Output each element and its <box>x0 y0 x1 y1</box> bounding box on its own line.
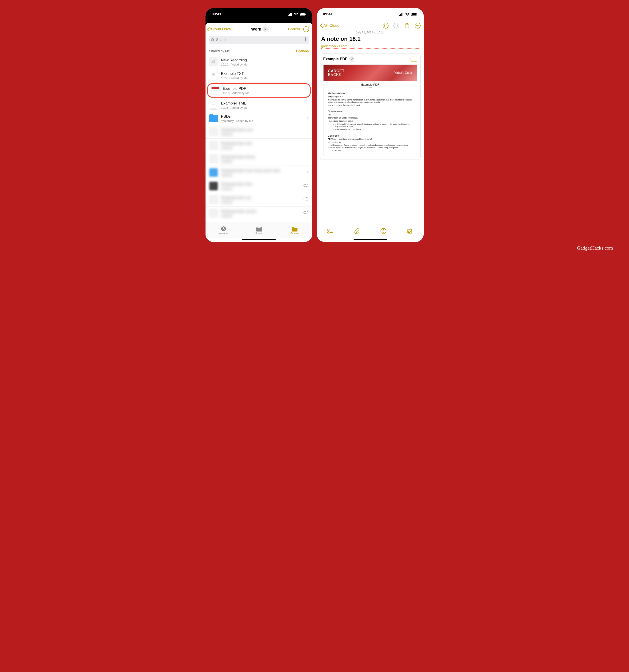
file-subtitle: 15:36 · Added by Me <box>221 76 309 80</box>
svg-rect-35 <box>417 14 417 15</box>
file-row-redacted[interactable]: Redacted item fiveredacted <box>205 179 312 193</box>
file-subtitle: 15:35 · Added by Me <box>223 91 307 95</box>
phone-right-notes: 09:41 All iCloud <box>317 8 424 242</box>
audio-file-icon <box>209 57 218 66</box>
wifi-icon <box>294 13 298 16</box>
file-name: New Recording <box>221 58 309 63</box>
battery-icon <box>411 13 418 16</box>
pdf-file-icon <box>211 86 220 95</box>
search-input[interactable]: Search <box>209 35 309 44</box>
cellular-icon <box>288 13 292 16</box>
folder-row[interactable]: PSDs Yesterday · Added by Me <box>205 112 312 125</box>
tab-shared[interactable]: Shared <box>255 226 263 235</box>
folder-title[interactable]: Work <box>251 26 268 32</box>
checklist-button[interactable] <box>327 229 333 234</box>
notes-toolbar <box>317 225 424 238</box>
markup-button[interactable] <box>380 228 386 235</box>
file-row-redacted[interactable]: Redacted item four long name hereredacte… <box>205 166 312 179</box>
svg-rect-29 <box>399 15 400 16</box>
watermark: GadgetHacks.com <box>577 245 613 251</box>
attachment-title: Example PDF <box>323 57 348 61</box>
svg-point-7 <box>305 29 305 29</box>
shared-folder-icon <box>256 226 262 232</box>
folder-title-text: Work <box>251 27 261 32</box>
redo-button <box>394 23 399 28</box>
folder-name: PSDs <box>221 114 303 119</box>
undo-button[interactable] <box>383 23 388 28</box>
file-row-highlighted[interactable]: Example PDF 15:35 · Added by Me <box>207 83 310 98</box>
file-list[interactable]: New Recording 16:20 · Added by Me Exampl… <box>205 55 312 222</box>
attach-button[interactable] <box>354 228 359 235</box>
back-button[interactable]: All iCloud <box>320 23 339 28</box>
files-navbar: iCloud Drive Work Cancel <box>205 23 312 33</box>
chevron-right-icon <box>307 170 309 175</box>
cloud-download-icon[interactable] <box>303 211 309 216</box>
svg-rect-31 <box>401 14 402 16</box>
svg-rect-6 <box>305 14 306 15</box>
svg-rect-34 <box>412 14 416 15</box>
svg-point-37 <box>416 25 417 26</box>
statusbar-time: 09:41 <box>323 12 333 17</box>
file-row-redacted[interactable]: Redacted item oneredacted <box>205 125 312 139</box>
file-row-redacted[interactable]: Redacted item threeredacted <box>205 152 312 166</box>
svg-rect-18 <box>211 87 219 89</box>
file-name: Example PDF <box>223 87 307 91</box>
section-header: Shared by Me Options <box>205 44 312 55</box>
note-title[interactable]: A note on 18.1 <box>317 34 424 43</box>
back-button[interactable]: iCloud Drive <box>207 27 231 31</box>
file-row[interactable]: ExampleHTML 12:36 · Added by Me <box>205 98 312 112</box>
file-row[interactable]: New Recording 16:20 · Added by Me <box>205 55 312 69</box>
cloud-download-icon[interactable] <box>303 183 309 189</box>
svg-rect-30 <box>400 14 401 16</box>
file-name: Example TXT <box>221 72 309 76</box>
file-row-redacted[interactable]: Redacted item sevenredacted <box>205 207 312 220</box>
svg-line-11 <box>213 41 214 42</box>
home-indicator[interactable] <box>354 239 387 240</box>
chevron-down-icon[interactable] <box>349 56 354 62</box>
dictation-icon[interactable] <box>304 38 307 42</box>
home-indicator[interactable] <box>242 239 276 240</box>
svg-rect-13 <box>211 72 216 79</box>
clock-icon <box>221 226 226 232</box>
more-button[interactable] <box>303 26 309 32</box>
svg-point-9 <box>307 29 308 29</box>
svg-rect-1 <box>289 14 290 16</box>
svg-point-39 <box>418 25 419 26</box>
attachment-header[interactable]: Example PDF <box>323 56 355 62</box>
cloud-download-icon[interactable] <box>303 197 309 202</box>
search-icon <box>211 38 215 42</box>
chevron-right-icon <box>307 116 309 121</box>
folder-title-chevron-icon[interactable] <box>262 26 268 32</box>
file-subtitle: 12:36 · Added by Me <box>221 106 309 110</box>
view-mode-icon[interactable] <box>410 56 417 62</box>
html-file-icon <box>209 101 218 110</box>
statusbar: 09:41 <box>317 8 424 21</box>
pdf-hero: GADGET HACKS Writer's Guide <box>324 65 417 81</box>
cancel-button[interactable]: Cancel <box>288 27 300 31</box>
tab-browse[interactable]: Browse <box>291 226 299 235</box>
file-row[interactable]: Example TXT 15:36 · Added by Me <box>205 69 312 82</box>
file-row-redacted[interactable]: Redacted item sixredacted <box>205 193 312 207</box>
svg-rect-0 <box>288 15 288 16</box>
share-button[interactable] <box>404 23 410 28</box>
svg-rect-32 <box>403 13 403 16</box>
svg-point-38 <box>417 25 418 26</box>
pdf-preview[interactable]: GADGET HACKS Writer's Guide Example PDF … <box>323 64 417 157</box>
tab-recents[interactable]: Recents <box>219 226 228 235</box>
more-button[interactable] <box>415 23 421 28</box>
attachment-card: Example PDF GADGET HACKS Writer's Guide <box>320 53 421 160</box>
notes-navbar: All iCloud <box>320 23 421 28</box>
note-link[interactable]: gadgethacks.com <box>321 44 419 49</box>
search-placeholder: Search <box>216 38 228 42</box>
back-label: All iCloud <box>324 23 339 28</box>
svg-rect-12 <box>305 38 306 40</box>
options-button[interactable]: Options <box>296 49 309 53</box>
statusbar: 09:41 <box>205 8 312 21</box>
file-row-redacted[interactable]: Redacted item tworedacted <box>205 139 312 152</box>
folder-icon <box>291 226 298 232</box>
svg-rect-2 <box>290 14 291 16</box>
folder-icon <box>209 115 218 122</box>
wifi-icon <box>405 13 410 16</box>
compose-button[interactable] <box>407 228 413 235</box>
phone-left-files: 09:41 iCloud Drive <box>205 8 312 242</box>
